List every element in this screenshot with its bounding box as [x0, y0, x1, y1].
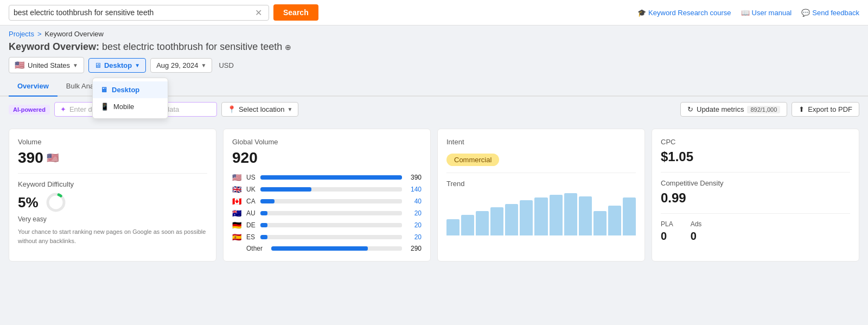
page-title-section: Keyword Overview: best electric toothbru… — [0, 39, 868, 57]
country-bar-ca: 🇨🇦 CA 40 — [232, 197, 422, 206]
clear-search-button[interactable]: ✕ — [253, 8, 264, 18]
device-label: Desktop — [104, 61, 132, 69]
trend-bar-9 — [564, 193, 577, 235]
trend-bar-12 — [608, 206, 621, 235]
global-volume-value: 920 — [232, 149, 422, 167]
book-icon: 🎓 — [637, 9, 646, 17]
intent-trend-card: Intent Commercial Trend — [437, 129, 645, 262]
page-title-prefix: Keyword Overview: — [9, 41, 99, 52]
ads-value: 0 — [691, 230, 702, 243]
select-location-button[interactable]: 📍 Select location ▼ — [221, 102, 298, 117]
trend-bar-3 — [476, 211, 489, 235]
user-manual-link[interactable]: 📖 User manual — [741, 9, 792, 17]
kd-value-row: 5% — [18, 192, 207, 213]
flag-ca: 🇨🇦 — [232, 197, 243, 206]
trend-bar-13 — [623, 197, 636, 235]
tab-overview[interactable]: Overview — [9, 78, 58, 97]
filter-row: 🇺🇸 United States ▼ 🖥 Desktop ▼ 🖥 Desktop… — [0, 57, 868, 78]
breadcrumb: Projects > Keyword Overview — [9, 30, 104, 38]
competitive-density-section: Competitive Density 0.99 — [661, 179, 850, 206]
volume-flag: 🇺🇸 — [47, 152, 59, 164]
country-bar-au: 🇦🇺 AU 20 — [232, 209, 422, 218]
competitive-density-value: 0.99 — [661, 190, 850, 206]
trend-bar-7 — [534, 197, 547, 235]
volume-kd-card: Volume 390 🇺🇸 Keyword Difficulty 5% Very… — [9, 129, 216, 262]
country-bar-us: 🇺🇸 US 390 — [232, 173, 422, 182]
cpc-section: CPC $1.05 — [661, 138, 850, 164]
country-label: United States — [28, 61, 70, 69]
location-icon: 📍 — [227, 105, 236, 113]
trend-bar-1 — [446, 219, 459, 235]
kd-description: Your chance to start ranking new pages o… — [18, 227, 207, 245]
pla-section: PLA 0 — [661, 220, 673, 243]
ads-section: Ads 0 — [691, 220, 702, 243]
trend-bar-11 — [593, 211, 607, 235]
keyword-research-link[interactable]: 🎓 Keyword Research course — [637, 9, 731, 17]
device-filter-button[interactable]: 🖥 Desktop ▼ — [88, 58, 146, 73]
pla-ads-row: PLA 0 Ads 0 — [661, 220, 850, 243]
device-option-desktop[interactable]: 🖥 Desktop — [93, 81, 168, 98]
kd-percent: 5% — [18, 194, 39, 211]
other-label: Other — [246, 245, 268, 252]
volume-label: Volume — [18, 138, 207, 146]
ai-powered-badge: AI-powered — [9, 105, 50, 114]
flag-au: 🇦🇺 — [232, 209, 243, 218]
location-label: Select location — [239, 105, 285, 113]
desktop-icon: 🖥 — [94, 61, 101, 69]
device-option-mobile[interactable]: 📱 Mobile — [93, 98, 168, 115]
search-button[interactable]: Search — [273, 4, 318, 21]
desktop-option-icon: 🖥 — [100, 86, 107, 94]
global-volume-card: Global Volume 920 🇺🇸 US 390 🇬🇧 UK 140 🇨🇦… — [223, 129, 431, 262]
other-value: 290 — [405, 245, 422, 252]
date-filter-button[interactable]: Aug 29, 2024 ▼ — [150, 58, 212, 73]
trend-bar-6 — [520, 200, 533, 235]
cpc-value: $1.05 — [661, 149, 850, 164]
bar-track-ca — [260, 199, 402, 203]
date-label: Aug 29, 2024 — [156, 61, 198, 69]
send-feedback-link[interactable]: 💬 Send feedback — [801, 9, 859, 17]
breadcrumb-current: Keyword Overview — [45, 30, 104, 38]
date-dropdown-arrow: ▼ — [201, 62, 207, 68]
cpc-label: CPC — [661, 138, 850, 146]
competitive-density-label: Competitive Density — [661, 179, 850, 187]
country-bar-de: 🇩🇪 DE 20 — [232, 221, 422, 230]
export-pdf-button[interactable]: ⬆ Export to PDF — [792, 102, 859, 117]
add-to-list-icon[interactable]: ⊕ — [285, 43, 291, 52]
device-dropdown-menu: 🖥 Desktop 📱 Mobile — [92, 78, 168, 119]
kd-difficulty-level: Very easy — [18, 215, 207, 223]
sparkle-icon: ✦ — [60, 105, 66, 113]
refresh-icon: ↻ — [687, 105, 693, 113]
trend-bar-4 — [490, 207, 503, 235]
bar-track-uk — [260, 187, 402, 192]
desktop-option-label: Desktop — [112, 86, 139, 94]
flag-us: 🇺🇸 — [232, 173, 243, 182]
mobile-option-icon: 📱 — [100, 103, 109, 111]
trend-chart — [446, 192, 636, 235]
projects-link[interactable]: Projects — [9, 30, 34, 38]
export-icon: ⬆ — [799, 105, 805, 113]
page-title-keyword: best electric toothbrush for sensitive t… — [102, 41, 282, 52]
cpc-card: CPC $1.05 Competitive Density 0.99 PLA 0… — [652, 129, 859, 262]
trend-bar-10 — [579, 196, 592, 235]
bar-track-de — [260, 223, 402, 227]
country-dropdown-arrow: ▼ — [73, 62, 78, 68]
top-bar: ✕ Search 🎓 Keyword Research course 📖 Use… — [0, 0, 868, 26]
flag-uk: 🇬🇧 — [232, 185, 243, 194]
breadcrumb-separator: > — [37, 30, 42, 38]
bar-track-au — [260, 211, 402, 215]
trend-bar-5 — [505, 204, 518, 235]
global-volume-label: Global Volume — [232, 138, 422, 146]
currency-label: USD — [216, 59, 235, 72]
bar-track-us — [260, 175, 402, 180]
country-filter-button[interactable]: 🇺🇸 United States ▼ — [9, 57, 84, 73]
trend-bar-2 — [461, 215, 474, 235]
breadcrumb-bar: Projects > Keyword Overview — [0, 26, 868, 39]
pla-value: 0 — [661, 230, 673, 243]
update-metrics-button[interactable]: ↻ Update metrics 892/1,000 — [680, 102, 787, 117]
export-label: Export to PDF — [808, 105, 852, 113]
kd-label: Keyword Difficulty — [18, 180, 207, 188]
search-input[interactable] — [14, 8, 253, 17]
country-bar-other: Other 290 — [232, 245, 422, 252]
kd-donut-chart — [45, 192, 67, 213]
volume-value: 390 🇺🇸 — [18, 149, 207, 167]
